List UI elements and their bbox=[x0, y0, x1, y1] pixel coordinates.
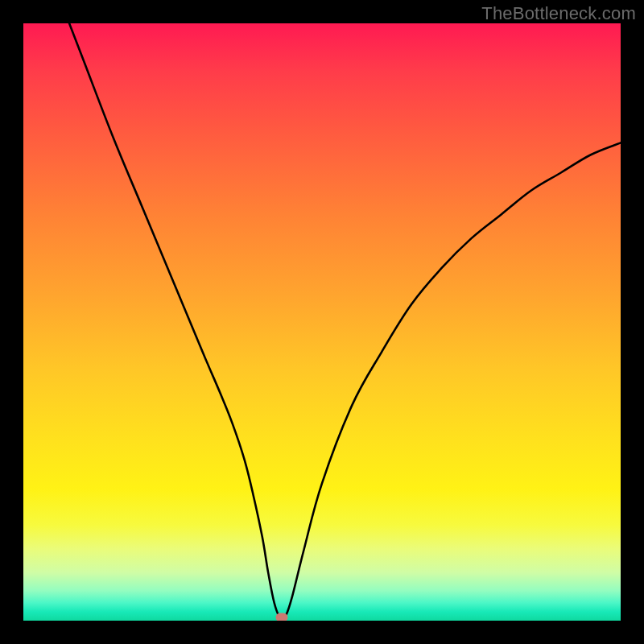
bottleneck-curve bbox=[23, 23, 621, 621]
plot-area bbox=[23, 23, 621, 621]
watermark-text: TheBottleneck.com bbox=[481, 3, 636, 24]
minimum-marker bbox=[275, 613, 287, 621]
chart-frame: TheBottleneck.com bbox=[0, 0, 644, 644]
